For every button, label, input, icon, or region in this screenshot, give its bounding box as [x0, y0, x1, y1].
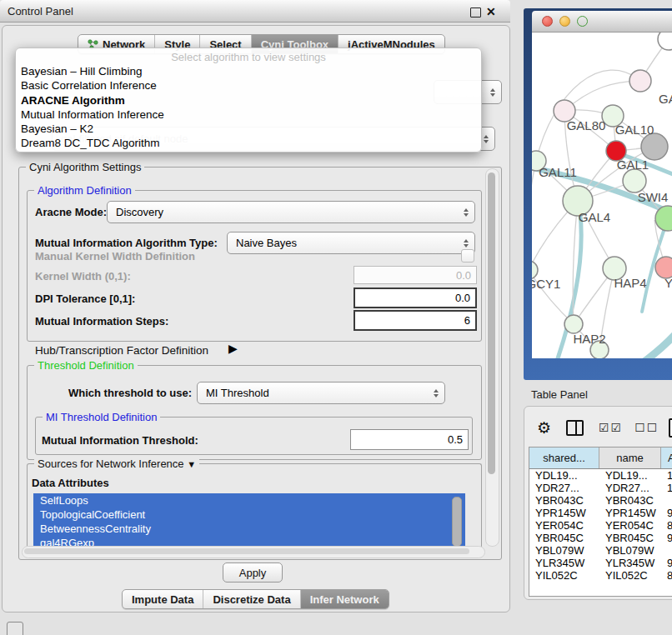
threshold-definition-title: Threshold Definition	[34, 359, 138, 372]
dpi-tolerance-value: 0.0	[455, 292, 470, 304]
table-row[interactable]: YBR045CYBR045C9.	[529, 532, 672, 544]
node-table[interactable]: shared... name A YDL19...YDL19...13 YDR2…	[529, 447, 672, 597]
table-header-row: shared... name A	[529, 448, 672, 469]
tab-infer-network[interactable]: Infer Network	[301, 590, 389, 608]
mi-steps-value: 6	[464, 314, 470, 327]
label-gal-truncated: GAL	[659, 92, 672, 106]
data-attributes-list[interactable]: SelfLoops TopologicalCoefficient Between…	[33, 493, 465, 548]
combo-stepper-icon	[490, 88, 495, 97]
kernel-width-label: Kernel Width (0,1):	[35, 270, 131, 282]
mi-threshold-label: Mutual Information Threshold:	[42, 434, 198, 447]
label-gal10: GAL10	[615, 122, 654, 137]
node-swi4[interactable]	[623, 169, 646, 192]
float-window-icon[interactable]	[470, 8, 481, 18]
mi-steps-field[interactable]: 6	[354, 310, 477, 331]
algorithm-option-dream8[interactable]: Dream8 DC_TDC Algorithm	[16, 136, 481, 150]
sources-collapse-arrow-icon[interactable]: ▼	[187, 459, 196, 469]
column-header-name[interactable]: name	[599, 448, 661, 468]
kernel-width-value: 0.0	[456, 269, 471, 282]
algorithm-dropdown-popup: Select algorithm to view settings Bayesi…	[15, 48, 482, 152]
column-header-shared-name[interactable]: shared...	[529, 448, 599, 468]
dpi-tolerance-field[interactable]: 0.0	[354, 288, 477, 308]
algorithm-definition-title: Algorithm Definition	[34, 184, 135, 197]
node-hap2[interactable]	[564, 315, 583, 333]
algorithm-popup-hint: Select algorithm to view settings	[16, 48, 481, 64]
node-gray[interactable]	[641, 133, 668, 160]
table-panel-toolbar: ⚙ ☑☑ ☐☐	[524, 417, 672, 438]
table-row[interactable]: YDL19...YDL19...13	[529, 469, 672, 482]
table-row[interactable]: YIL052CYIL052C8.	[529, 569, 672, 582]
algorithm-option-basic-correlation[interactable]: Basic Correlation Inference	[16, 78, 481, 92]
apply-button[interactable]: Apply	[223, 562, 283, 582]
manual-kernel-width-checkbox[interactable]	[461, 249, 474, 262]
mi-threshold-definition-title: MI Threshold Definition	[43, 411, 160, 423]
combo-stepper-icon	[464, 239, 469, 248]
data-attributes-label: Data Attributes	[32, 477, 109, 489]
column-view-icon[interactable]	[566, 420, 584, 436]
which-threshold-combobox[interactable]: MI Threshold	[197, 382, 445, 404]
mi-algorithm-type-combobox[interactable]: Naive Bayes	[227, 232, 475, 254]
table-row[interactable]: YBL079WYBL079W	[529, 544, 672, 557]
mi-threshold-value: 0.5	[448, 433, 463, 446]
zoom-traffic-light-icon[interactable]	[577, 16, 588, 27]
algorithm-option-mutual-information[interactable]: Mutual Information Inference	[16, 108, 481, 122]
label-swi4: SWI4	[638, 190, 669, 204]
unchecked-boxes-icon[interactable]: ☐☐	[634, 421, 659, 434]
table-row[interactable]: YBR043CYBR043C	[529, 494, 672, 507]
minimize-traffic-light-icon[interactable]	[559, 16, 570, 27]
settings-horizontal-scrollbar[interactable]	[22, 546, 485, 558]
table-panel: ⚙ ☑☑ ☐☐ shared... name A YDL19...YDL19..…	[524, 406, 672, 600]
label-y-truncated: Y	[664, 276, 672, 290]
network-window-titlebar[interactable]	[532, 11, 672, 32]
gear-icon[interactable]: ⚙	[537, 418, 551, 438]
mi-steps-label: Mutual Information Steps:	[35, 315, 168, 328]
mi-threshold-field[interactable]: 0.5	[350, 429, 469, 450]
sources-title-wrap: Sources for Network Inference ▼	[34, 458, 199, 470]
attribute-topologicalcoefficient[interactable]: TopologicalCoefficient	[33, 508, 465, 522]
close-icon[interactable]: ✕	[486, 5, 496, 18]
settings-horizontal-scrollbar-thumb[interactable]	[24, 548, 469, 554]
manual-kernel-width-label: Manual Kernel Width Definition	[35, 250, 195, 262]
table-row[interactable]: YER054CYER054C8.	[529, 519, 672, 532]
kernel-width-field[interactable]: 0.0	[354, 266, 477, 284]
column-header-partial[interactable]: A	[661, 448, 672, 468]
table-row[interactable]: YDR27...YDR27...12	[529, 482, 672, 494]
hub-definition-label: Hub/Transcription Factor Definition	[35, 344, 208, 357]
algorithm-option-bayesian-hill-climbing[interactable]: Bayesian – Hill Climbing	[16, 64, 481, 78]
hub-expand-arrow-icon[interactable]: ▶	[228, 342, 238, 355]
table-row[interactable]: YPR145WYPR145W9.	[529, 507, 672, 519]
algorithm-option-aracne[interactable]: ARACNE Algorithm	[16, 93, 481, 108]
tab-discretize-data[interactable]: Discretize Data	[203, 590, 300, 608]
label-hap4: HAP4	[614, 276, 646, 290]
minimized-panel-icon[interactable]	[7, 622, 23, 635]
tab-impute-data[interactable]: Impute Data	[123, 590, 203, 608]
node-partial-top[interactable]	[658, 32, 672, 50]
which-threshold-label: Which threshold to use:	[68, 387, 192, 399]
label-gal1: GAL1	[617, 158, 649, 172]
apply-button-label: Apply	[239, 567, 267, 579]
attribute-selfloops[interactable]: SelfLoops	[33, 493, 465, 508]
attribute-betweennesscentrality[interactable]: BetweennessCentrality	[33, 522, 465, 536]
mi-algorithm-type-value: Naive Bayes	[236, 237, 297, 249]
settings-vertical-scrollbar-thumb[interactable]	[488, 172, 495, 474]
thick-edges	[532, 152, 672, 358]
node-labels: GAL GAL80 GAL10 GAL1 SWI4 GAL11 GAL4 GCY…	[532, 92, 672, 346]
table-row[interactable]: YLR345WYLR345W9.	[529, 557, 672, 569]
dpi-tolerance-label: DPI Tolerance [0,1]:	[35, 292, 135, 305]
label-gal11: GAL11	[539, 165, 577, 179]
control-panel-title: Control Panel	[0, 5, 73, 18]
label-gal4: GAL4	[579, 210, 610, 224]
table-panel-title: Table Panel	[531, 388, 588, 401]
aracne-mode-combobox[interactable]: Discovery	[107, 201, 475, 223]
checked-boxes-icon[interactable]: ☑☑	[599, 421, 623, 434]
close-traffic-light-icon[interactable]	[542, 16, 553, 27]
label-gcy1: GCY1	[532, 277, 560, 291]
combo-stepper-icon	[484, 135, 489, 143]
settings-vertical-scrollbar[interactable]	[485, 168, 499, 547]
attribute-list-scrollbar[interactable]	[452, 497, 462, 547]
label-gal80: GAL80	[567, 118, 606, 132]
algorithm-option-bayesian-k2[interactable]: Bayesian – K2	[16, 122, 481, 136]
new-table-icon[interactable]	[669, 418, 672, 438]
network-canvas[interactable]: GAL GAL80 GAL10 GAL1 SWI4 GAL11 GAL4 GCY…	[532, 32, 672, 358]
node-gal-truncated[interactable]	[629, 70, 651, 92]
